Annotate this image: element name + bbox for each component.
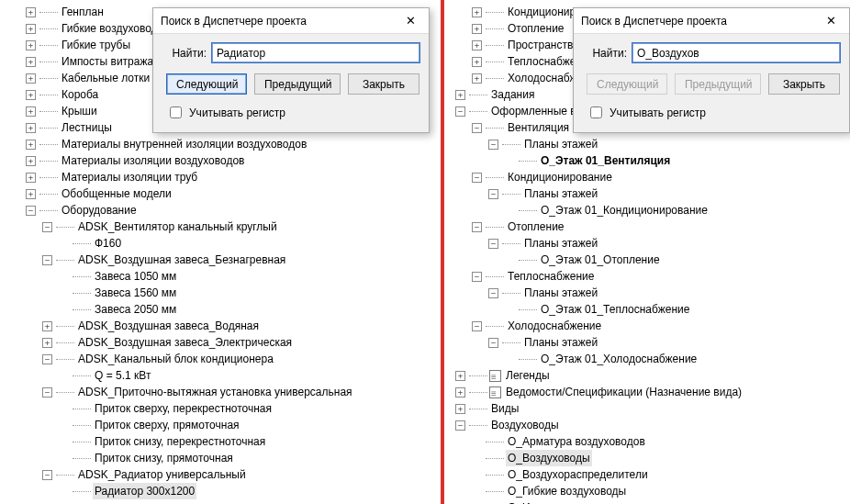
- tree-row[interactable]: −ADSK_Воздушная завеса_Безнагревная: [4, 252, 439, 268]
- tree-row[interactable]: −Планы этажей: [450, 334, 850, 351]
- tree-item-label[interactable]: Теплоснабжение: [506, 268, 596, 285]
- collapse-icon[interactable]: −: [472, 272, 482, 282]
- tree-item-label[interactable]: Планы этажей: [522, 185, 599, 202]
- expand-icon[interactable]: +: [472, 40, 482, 50]
- tree-item-label[interactable]: Отопление: [506, 20, 566, 37]
- tree-row[interactable]: Приток снизу, перекрестноточная: [4, 433, 439, 450]
- tree-row[interactable]: +Материалы изоляции воздуховодов: [4, 152, 439, 169]
- tree-row[interactable]: −Теплоснабжение: [450, 268, 850, 285]
- tree-item-label[interactable]: Приток снизу, перекрестноточная: [93, 433, 267, 450]
- tree-row[interactable]: О_Гибкие воздуховоды: [450, 483, 850, 499]
- expand-icon[interactable]: +: [26, 90, 36, 100]
- expand-icon[interactable]: +: [26, 106, 36, 117]
- tree-item-label[interactable]: О_Воздуховоды: [506, 450, 592, 466]
- collapse-icon[interactable]: −: [42, 354, 52, 364]
- collapse-icon[interactable]: −: [42, 255, 52, 265]
- tree-item-label[interactable]: О_Этаж 01_Кондиционирование: [539, 202, 710, 218]
- tree-row[interactable]: +ADSK_Воздушная завеса_Электрическая: [4, 334, 439, 351]
- tree-item-label[interactable]: Планы этажей: [522, 285, 599, 301]
- tree-item-label[interactable]: ADSK_Воздушная завеса_Электрическая: [76, 334, 294, 351]
- tree-row[interactable]: −Воздуховоды: [450, 417, 850, 433]
- tree-item-label[interactable]: Гибкие трубы: [60, 37, 132, 53]
- expand-icon[interactable]: +: [26, 173, 36, 183]
- expand-icon[interactable]: +: [26, 7, 36, 17]
- collapse-icon[interactable]: −: [472, 222, 482, 232]
- tree-row[interactable]: О_Этаж 01_Теплоснабжение: [450, 301, 850, 318]
- tree-row[interactable]: О_Этаж 01_Кондиционирование: [450, 202, 850, 218]
- tree-row[interactable]: Завеса 1050 мм: [4, 268, 439, 285]
- close-icon[interactable]: ✕: [816, 11, 845, 31]
- collapse-icon[interactable]: −: [472, 173, 482, 183]
- tree-item-label[interactable]: Радиатор 300x1200: [93, 483, 196, 499]
- tree-item-label[interactable]: О_Гибкие воздуховоды: [506, 483, 628, 499]
- tree-item-label[interactable]: ADSK_Приточно-вытяжная установка универс…: [76, 384, 354, 400]
- tree-item-label[interactable]: Пространства: [506, 37, 581, 53]
- search-input[interactable]: [212, 43, 419, 62]
- tree-item-label[interactable]: О_Этаж 01_Холодоснабжение: [539, 351, 699, 367]
- tree-item-label[interactable]: Обобщенные модели: [60, 185, 173, 202]
- tree-row[interactable]: О_Арматура воздуховодов: [450, 433, 850, 450]
- tree-row[interactable]: Ф160: [4, 235, 439, 252]
- tree-row[interactable]: О_Воздухораспределители: [450, 466, 850, 483]
- search-input[interactable]: [632, 43, 840, 62]
- expand-icon[interactable]: +: [26, 40, 36, 50]
- expand-icon[interactable]: +: [472, 7, 482, 17]
- collapse-icon[interactable]: −: [488, 288, 498, 298]
- tree-row[interactable]: О_Изоляция воздуховодов: [450, 499, 850, 504]
- tree-row[interactable]: −Планы этажей: [450, 285, 850, 301]
- tree-row[interactable]: О_Этаж 01_Холодоснабжение: [450, 351, 850, 367]
- expand-icon[interactable]: +: [472, 24, 482, 34]
- tree-row[interactable]: +Материалы внутренней изоляции воздухово…: [4, 136, 439, 152]
- tree-row[interactable]: −Планы этажей: [450, 136, 850, 152]
- tree-item-label[interactable]: Задания: [489, 86, 536, 103]
- tree-row[interactable]: О_Этаж 01_Вентиляция: [450, 152, 850, 169]
- tree-row[interactable]: −Оборудование: [4, 202, 439, 218]
- dialog-titlebar[interactable]: Поиск в Диспетчере проекта ✕: [153, 8, 429, 34]
- tree-row[interactable]: +Ведомости/Спецификации (Назначение вида…: [450, 384, 850, 400]
- tree-item-label[interactable]: Ведомости/Спецификации (Назначение вида): [504, 384, 744, 400]
- expand-icon[interactable]: +: [455, 387, 465, 398]
- tree-row[interactable]: −Кондиционирование: [450, 169, 850, 185]
- next-button[interactable]: Следующий: [587, 73, 667, 95]
- prev-button[interactable]: Предыдущий: [675, 73, 761, 95]
- collapse-icon[interactable]: −: [488, 338, 498, 348]
- expand-icon[interactable]: +: [455, 90, 465, 100]
- expand-icon[interactable]: +: [455, 371, 465, 381]
- expand-icon[interactable]: +: [26, 123, 36, 133]
- tree-item-label[interactable]: Оборудование: [60, 202, 139, 218]
- expand-icon[interactable]: +: [42, 321, 52, 331]
- tree-item-label[interactable]: Импосты витража: [60, 53, 155, 70]
- tree-item-label[interactable]: Ф160: [93, 235, 123, 252]
- tree-item-label[interactable]: О_Изоляция воздуховодов: [506, 499, 647, 504]
- expand-icon[interactable]: +: [472, 57, 482, 67]
- tree-item-label[interactable]: ADSK_Вентилятор канальный круглый: [76, 218, 279, 235]
- tree-item-label[interactable]: Вентиляция: [506, 119, 571, 136]
- tree-row[interactable]: Q = 5.1 кВт: [4, 367, 439, 384]
- tree-item-label[interactable]: О_Арматура воздуховодов: [506, 433, 647, 450]
- tree-item-label[interactable]: О_Этаж 01_Отопление: [539, 252, 662, 268]
- expand-icon[interactable]: +: [26, 73, 36, 84]
- tree-item-label[interactable]: Кондиционирование: [506, 169, 614, 185]
- collapse-icon[interactable]: −: [42, 387, 52, 398]
- tree-item-label[interactable]: Лестницы: [60, 119, 114, 136]
- tree-item-label[interactable]: Планы этажей: [522, 136, 599, 152]
- tree-row[interactable]: +Виды: [450, 400, 850, 417]
- tree-row[interactable]: Завеса 1560 мм: [4, 285, 439, 301]
- expand-icon[interactable]: +: [26, 24, 36, 34]
- tree-item-label[interactable]: Приток сверху, прямоточная: [93, 417, 241, 433]
- tree-row[interactable]: Завеса 2050 мм: [4, 301, 439, 318]
- tree-item-label[interactable]: Приток сверху, перекрестноточная: [93, 400, 274, 417]
- tree-item-label[interactable]: Крыши: [60, 103, 99, 119]
- collapse-icon[interactable]: −: [472, 321, 482, 331]
- expand-icon[interactable]: +: [26, 189, 36, 199]
- expand-icon[interactable]: +: [26, 156, 36, 166]
- tree-item-label[interactable]: Воздуховоды: [489, 417, 561, 433]
- collapse-icon[interactable]: −: [488, 140, 498, 150]
- tree-item-label[interactable]: Генплан: [60, 4, 106, 20]
- tree-row[interactable]: −ADSK_Канальный блок кондиционера: [4, 351, 439, 367]
- collapse-icon[interactable]: −: [455, 420, 465, 431]
- collapse-icon[interactable]: −: [472, 123, 482, 133]
- tree-row[interactable]: Приток снизу, прямоточная: [4, 450, 439, 466]
- expand-icon[interactable]: +: [455, 404, 465, 414]
- tree-row[interactable]: +Легенды: [450, 367, 850, 384]
